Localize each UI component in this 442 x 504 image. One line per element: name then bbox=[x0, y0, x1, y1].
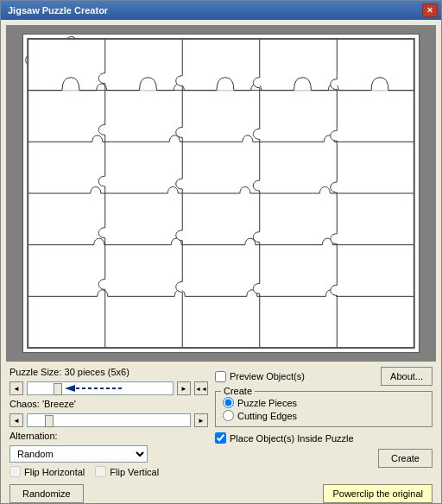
create-button[interactable]: Create bbox=[378, 449, 433, 468]
size-increase-btn[interactable]: ► bbox=[177, 381, 191, 395]
flip-vertical-row: Flip Vertical bbox=[95, 466, 159, 477]
bottom-buttons-row: Randomize Powerclip the original bbox=[6, 482, 436, 504]
title-bar: Jigsaw Puzzle Creator ✕ bbox=[1, 1, 441, 20]
bottom-panel: Puzzle Size: 30 pieces (5x6) ◄ ► ◄◄ bbox=[6, 365, 436, 479]
flip-vertical-label: Flip Vertical bbox=[110, 467, 159, 477]
size-max-btn[interactable]: ◄◄ bbox=[194, 381, 208, 395]
cutting-edges-radio-row: Cutting Edges bbox=[223, 410, 425, 421]
create-btn-row: Create bbox=[215, 449, 433, 468]
size-decrease-btn[interactable]: ◄ bbox=[9, 381, 23, 395]
puzzle-preview: path { fill: white; stroke: #333; stroke… bbox=[22, 34, 420, 353]
canvas-area: path { fill: white; stroke: #333; stroke… bbox=[6, 25, 436, 362]
place-inside-checkbox[interactable] bbox=[215, 432, 226, 444]
place-inside-label: Place Object(s) Inside Puzzle bbox=[230, 433, 354, 444]
flip-horizontal-row: Flip Horizontal bbox=[9, 466, 85, 477]
about-button[interactable]: About... bbox=[381, 367, 433, 386]
size-slider-thumb[interactable] bbox=[54, 383, 62, 395]
puzzle-pieces-label: Puzzle Pieces bbox=[237, 398, 297, 408]
chaos-slider-thumb[interactable] bbox=[45, 415, 54, 427]
size-slider-track[interactable] bbox=[27, 381, 174, 395]
main-window: Jigsaw Puzzle Creator ✕ path { fill: whi… bbox=[0, 0, 442, 504]
chaos-decrease-btn[interactable]: ◄ bbox=[9, 413, 23, 427]
left-panel: Puzzle Size: 30 pieces (5x6) ◄ ► ◄◄ bbox=[9, 367, 208, 477]
place-inside-row: Place Object(s) Inside Puzzle bbox=[215, 432, 433, 444]
puzzle-pieces-radio[interactable] bbox=[223, 397, 234, 408]
window-title: Jigsaw Puzzle Creator bbox=[8, 5, 108, 16]
alternation-label: Alternation: bbox=[9, 431, 208, 441]
powerclip-button[interactable]: Powerclip the original bbox=[323, 484, 433, 503]
preview-label: Preview Object(s) bbox=[230, 371, 305, 381]
chaos-label: Chaos: 'Breeze' bbox=[9, 399, 208, 409]
puzzle-svg: path { fill: white; stroke: #333; stroke… bbox=[23, 35, 419, 352]
cutting-edges-radio[interactable] bbox=[223, 410, 234, 421]
close-button[interactable]: ✕ bbox=[422, 3, 438, 17]
puzzle-size-label: Puzzle Size: 30 pieces (5x6) bbox=[9, 367, 208, 377]
content-area: path { fill: white; stroke: #333; stroke… bbox=[1, 20, 441, 504]
chaos-slider-track[interactable] bbox=[27, 413, 191, 427]
about-row: Preview Object(s) About... bbox=[215, 367, 433, 386]
alternation-select[interactable]: Random bbox=[9, 445, 148, 463]
randomize-button[interactable]: Randomize bbox=[9, 484, 84, 503]
create-group-title: Create bbox=[221, 386, 255, 396]
flip-options-row: Flip Horizontal Flip Vertical bbox=[9, 466, 208, 477]
alternation-row: Random bbox=[9, 445, 208, 463]
preview-checkbox[interactable] bbox=[215, 371, 226, 382]
create-group: Create Puzzle Pieces Cutting Edges bbox=[215, 391, 433, 427]
cutting-edges-label: Cutting Edges bbox=[237, 411, 297, 421]
flip-horizontal-checkbox[interactable] bbox=[9, 466, 21, 477]
puzzle-size-slider-row: ◄ ► ◄◄ bbox=[9, 381, 208, 395]
size-slider-controls: ◄ ► ◄◄ bbox=[9, 381, 208, 395]
flip-vertical-checkbox[interactable] bbox=[95, 466, 106, 477]
flip-horizontal-label: Flip Horizontal bbox=[24, 467, 85, 477]
puzzle-pieces-radio-row: Puzzle Pieces bbox=[223, 397, 425, 408]
chaos-increase-btn[interactable]: ► bbox=[194, 413, 208, 427]
preview-row: Preview Object(s) bbox=[215, 367, 381, 386]
right-panel: Preview Object(s) About... Create Puzzle… bbox=[215, 367, 433, 477]
chaos-slider-controls: ◄ ► bbox=[9, 413, 208, 427]
